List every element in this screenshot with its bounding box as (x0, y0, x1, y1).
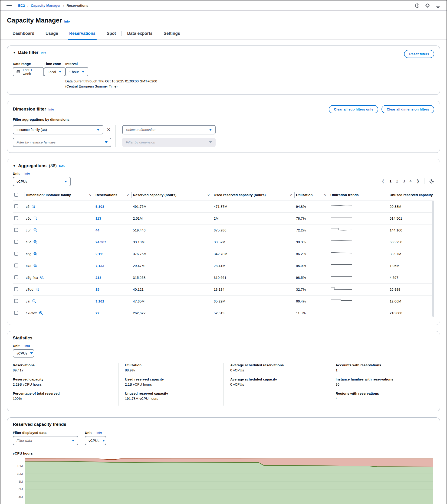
collapse-triangle-icon[interactable]: ▼ (13, 164, 16, 168)
row-checkbox[interactable] (14, 264, 18, 268)
stats-unit-select[interactable]: vCPUs (13, 349, 34, 358)
unit-info-link[interactable]: Info (24, 172, 30, 175)
tab-usage[interactable]: Usage (40, 29, 64, 39)
tab-dashboard[interactable]: Dashboard (7, 29, 40, 39)
reservations-link[interactable]: 44 (96, 228, 99, 232)
utilization-cell: 72.2% (295, 224, 329, 236)
table-settings-gear-icon[interactable] (429, 179, 434, 184)
zoom-in-icon[interactable] (32, 299, 36, 303)
reservations-link[interactable]: 238 (96, 276, 101, 280)
sort-icon[interactable]: ▽ (324, 193, 326, 197)
page-number-3[interactable]: 3 (403, 179, 405, 183)
reservations-link[interactable]: 7,133 (96, 264, 104, 268)
reserved-capacity-trends-panel: Reserved capacity trends Filter displaye… (7, 417, 440, 504)
select-all-checkbox[interactable] (14, 193, 18, 197)
previous-page-icon[interactable]: ❮ (382, 179, 385, 184)
zoom-in-icon[interactable] (36, 288, 39, 291)
date-range-button[interactable]: Last 1 week (13, 67, 44, 76)
next-page-icon[interactable]: ❯ (416, 179, 420, 184)
reservations-link[interactable]: 2,111 (96, 252, 104, 256)
unused-reserved-capacity-cell: 20.38M (388, 200, 434, 212)
page-info-link[interactable]: Info (64, 20, 70, 23)
stats-unit-info-link[interactable]: Info (24, 344, 30, 347)
reservations-link[interactable]: 3,262 (96, 299, 104, 303)
dimension-1-select[interactable]: Instance family (36) (13, 125, 103, 134)
clear-sub-filters-button[interactable]: Clear all sub filters only (329, 105, 378, 113)
row-checkbox[interactable] (14, 252, 18, 256)
reservations-link[interactable]: 22 (96, 311, 99, 315)
tab-data-exports[interactable]: Data exports (121, 29, 158, 39)
reservations-link[interactable]: 113 (96, 216, 101, 220)
zoom-in-icon[interactable] (34, 228, 38, 232)
zoom-in-icon[interactable] (32, 204, 36, 208)
zoom-in-icon[interactable] (34, 252, 38, 256)
instance-family-cell: c7g-flex (24, 272, 94, 284)
row-checkbox[interactable] (14, 287, 18, 291)
sort-icon[interactable]: ▽ (127, 193, 129, 197)
info-circle-icon[interactable] (415, 3, 420, 8)
row-checkbox[interactable] (14, 240, 18, 244)
dimension-2-select[interactable]: Select a dimension (122, 125, 215, 134)
page-number-2[interactable]: 2 (396, 179, 398, 183)
page-number-4[interactable]: 4 (409, 179, 412, 183)
interval-label: Interval (65, 62, 90, 66)
page-title: Capacity Manager (7, 17, 62, 24)
column-header-reserved-capacity[interactable]: Reserved capacity (hours)▽ (132, 190, 212, 201)
menu-icon[interactable] (6, 4, 12, 7)
dimension-filter-info-link[interactable]: Info (49, 108, 54, 111)
time-zone-select[interactable]: Local (44, 67, 65, 76)
zoom-in-icon[interactable] (34, 264, 38, 268)
row-checkbox[interactable] (14, 311, 18, 315)
reservations-link[interactable]: 24,367 (96, 240, 106, 244)
zoom-in-icon[interactable] (40, 276, 44, 280)
unit-select[interactable]: vCPUs (13, 177, 71, 186)
svg-text:2M: 2M (19, 503, 23, 504)
gear-icon[interactable] (425, 3, 430, 8)
page-number-1[interactable]: 1 (389, 179, 391, 183)
trend-unit-select[interactable]: vCPUs (85, 436, 106, 445)
zoom-in-icon[interactable] (39, 311, 43, 315)
row-checkbox[interactable] (14, 275, 18, 279)
aggregations-info-link[interactable]: Info (59, 164, 65, 168)
column-header-used-reserved-capacity[interactable]: Used reserved capacity (hours)▽ (212, 190, 295, 201)
tab-reservations[interactable]: Reservations (64, 29, 101, 39)
used-reserved-capacity-cell: 38.52M (212, 236, 295, 248)
reservations-link[interactable]: 5,308 (96, 204, 104, 208)
remove-dimension-icon[interactable]: ✕ (107, 127, 111, 132)
row-checkbox[interactable] (14, 299, 18, 303)
tab-settings[interactable]: Settings (158, 29, 186, 39)
tab-bar: DashboardUsageReservationsSpotData expor… (0, 29, 447, 39)
sort-icon[interactable]: ▽ (290, 193, 292, 197)
interval-select[interactable]: 1 hour (65, 67, 88, 76)
column-header-reservations[interactable]: Reservations▽ (94, 190, 132, 201)
column-header-utilization[interactable]: Utilization▽ (295, 190, 329, 201)
tab-spot[interactable]: Spot (101, 29, 121, 39)
row-checkbox[interactable] (14, 228, 18, 232)
row-checkbox[interactable] (14, 216, 18, 220)
date-filter-info-link[interactable]: Info (41, 51, 46, 54)
feedback-monitor-icon[interactable] (435, 3, 441, 8)
sort-icon[interactable]: ▽ (89, 193, 91, 197)
trend-filter-select[interactable]: Filter data (13, 436, 78, 445)
trend-unit-info-link[interactable]: Info (97, 431, 102, 434)
breadcrumb-ec2[interactable]: EC2 (18, 3, 25, 7)
collapse-triangle-icon[interactable]: ▼ (13, 51, 16, 54)
dimension-1-sub-filter-select[interactable]: Filter by instance families (13, 138, 111, 147)
instance-family-label: c5 (26, 204, 30, 208)
utilization-cell: 78.7% (295, 212, 329, 224)
svg-text:4M: 4M (19, 495, 23, 499)
filter-displayed-data-label: Filter displayed data (13, 431, 78, 434)
zoom-in-icon[interactable] (34, 216, 38, 220)
table-row: c55,308491.75M471.37M94.8%20.38M (13, 200, 434, 212)
reservations-link[interactable]: 15 (96, 288, 99, 291)
sort-icon[interactable]: ▽ (208, 193, 210, 197)
unused-reserved-capacity-cell: 144,160 (388, 224, 434, 236)
table-scrollbar[interactable] (432, 200, 434, 317)
reservations-cell: 2,111 (94, 248, 132, 260)
zoom-in-icon[interactable] (34, 240, 38, 244)
row-checkbox[interactable] (14, 204, 18, 208)
clear-dimension-filters-button[interactable]: Clear all dimension filters (382, 105, 434, 113)
breadcrumb-capacity-manager[interactable]: Capacity Manager (31, 3, 61, 7)
column-header-instance-family[interactable]: Dimension: Instance family▽ (24, 190, 94, 201)
reset-filters-button[interactable]: Reset filters (404, 50, 434, 58)
